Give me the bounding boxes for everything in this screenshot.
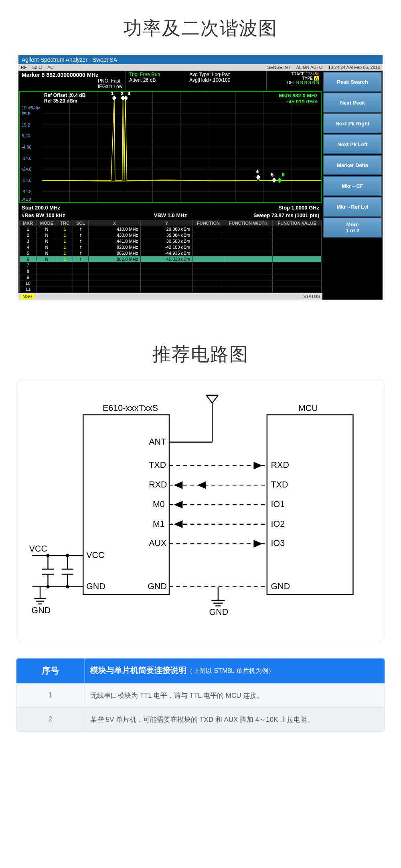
- svg-text:4: 4: [256, 169, 259, 174]
- lbl-mcu: MCU: [298, 403, 318, 413]
- toolbar-sense: SENSE:INT: [267, 65, 290, 70]
- svg-point-60: [66, 586, 69, 588]
- svg-text:2: 2: [121, 92, 124, 96]
- sa-rbw: #Res BW 100 kHz: [22, 212, 121, 218]
- sa-ifgain: IFGain:Low: [98, 84, 122, 89]
- pin-vcc-in: VCC: [86, 550, 104, 560]
- btn-marker-delta[interactable]: Marker Delta: [323, 155, 382, 175]
- svg-text:-14.8: -14.8: [22, 156, 32, 161]
- btn-mkr-ref-lvl[interactable]: Mkr→Ref Lvl: [323, 197, 382, 217]
- svg-text:-44.8: -44.8: [22, 189, 32, 194]
- mcu-io1: IO1: [271, 499, 285, 509]
- svg-text:-54.8: -54.8: [22, 197, 32, 202]
- svg-text:5.20: 5.20: [22, 133, 30, 138]
- sa-window-title: Agilent Spectrum Analyzer - Swept SA: [18, 55, 383, 64]
- pin-m1: M1: [153, 519, 165, 529]
- svg-point-59: [47, 586, 49, 588]
- sa-status-right: STATUS: [303, 294, 320, 299]
- pin-txd: TXD: [149, 460, 166, 470]
- sa-plot: Ref Offset 20.4 dB Ref 35.20 dBm Mkr6 88…: [19, 91, 322, 203]
- sa-side-buttons: Peak Search Next Peak Next Pk Right Next…: [322, 71, 383, 300]
- table-row[interactable]: 8: [20, 268, 322, 274]
- svg-text:1: 1: [111, 92, 113, 96]
- svg-text:6: 6: [282, 172, 284, 177]
- svg-text:-4.80: -4.80: [22, 145, 32, 149]
- pin-rxd: RXD: [149, 480, 167, 489]
- desc-h1: 序号: [16, 659, 85, 683]
- toolbar-rf: RF: [21, 65, 27, 70]
- pin-ant: ANT: [149, 437, 166, 447]
- toolbar-align: ALIGN AUTO: [296, 65, 323, 70]
- table-row[interactable]: 2N1f433.0 MHz30.384 dBm: [20, 232, 322, 238]
- table-row[interactable]: 3N1f441.0 MHz30.503 dBm: [20, 238, 322, 244]
- sa-pno: PNO: Fast: [98, 78, 122, 84]
- pin-aux: AUX: [149, 538, 166, 548]
- mcu-io3: IO3: [271, 538, 285, 548]
- btn-more[interactable]: More 1 of 2: [323, 218, 382, 238]
- svg-text:15.2: 15.2: [22, 123, 30, 127]
- table-row[interactable]: 7: [20, 262, 322, 268]
- sa-start: Start 200.0 MHz: [22, 205, 170, 211]
- lbl-module: E610-xxxTxxS: [103, 403, 158, 413]
- mkr-4: 4: [256, 169, 260, 179]
- sa-avg2: Avg|Hold> 100/100: [189, 77, 263, 83]
- table-row[interactable]: 9: [20, 274, 322, 280]
- section-title-spectrum: 功率及二次谐波图: [0, 0, 401, 53]
- sa-det-label: DET: [287, 81, 295, 85]
- desc-h2: 模块与单片机简要连接说明（上图以 STM8L 单片机为例）: [85, 659, 385, 683]
- mkr-1: 1: [111, 92, 116, 101]
- mcu-io2: IO2: [271, 519, 285, 529]
- sa-avg1: Avg Type: Log-Pwr: [189, 72, 263, 77]
- mkr-5: 5: [271, 172, 276, 183]
- sa-marker-table: MKRMODE TRCSCL XY FUNCTIONFUNCTION WIDTH…: [19, 220, 322, 292]
- pin-m0: M0: [153, 499, 165, 509]
- table-row[interactable]: 5N1f866.0 MHz-44.936 dBm: [20, 250, 322, 256]
- circuit-diagram: E610-xxxTxxS MCU ANT TXD RXD M0 M1 AUX G…: [16, 379, 385, 642]
- sa-stop: Stop 1.0000 GHz: [170, 205, 319, 211]
- desc-row: 1 无线串口模块为 TTL 电平，请与 TTL 电平的 MCU 连接。: [16, 683, 385, 707]
- btn-mkr-cf[interactable]: Mkr→CF: [323, 176, 382, 196]
- btn-next-peak[interactable]: Next Peak: [323, 93, 382, 113]
- btn-next-pk-right[interactable]: Next Pk Right: [323, 113, 382, 133]
- toolbar-50ohm: 50 Ω: [32, 65, 42, 70]
- table-row[interactable]: 6N1f882.0 MHz-45.010 dBm: [20, 256, 322, 262]
- mid-gnd: GND: [209, 607, 228, 617]
- toolbar-ac: AC: [47, 65, 53, 70]
- table-row[interactable]: 10: [20, 280, 322, 286]
- sa-vbw: VBW 1.0 MHz: [121, 212, 220, 218]
- sa-plot-svg: 25.2 15.2 5.20 -4.80 -14.8 -24.8 -34.8 -…: [20, 92, 321, 202]
- mcu-rxd: RXD: [271, 460, 289, 470]
- svg-text:5: 5: [271, 172, 273, 177]
- description-table: 序号 模块与单片机简要连接说明（上图以 STM8L 单片机为例） 1 无线串口模…: [16, 658, 385, 732]
- sa-trig1: Trig: Free Run: [129, 72, 182, 77]
- sa-type-label: TYPE: [302, 76, 313, 81]
- svg-text:3: 3: [128, 92, 130, 96]
- sa-trig2: Atten: 26 dB: [129, 77, 182, 83]
- sa-trace-label: TRACE: [291, 72, 305, 76]
- btn-peak-search[interactable]: Peak Search: [323, 72, 382, 92]
- sa-status-msg: MSG: [21, 294, 34, 299]
- svg-text:-34.8: -34.8: [22, 178, 32, 183]
- sa-marker-header: Marker 6 882.000000000 MHz: [22, 72, 122, 78]
- desc-row: 2 某些 5V 单片机，可能需要在模块的 TXD 和 AUX 脚加 4～10K …: [16, 707, 385, 731]
- sa-toolbar: RF 50 Ω AC SENSE:INT ALIGN AUTO 10:24:24…: [18, 64, 383, 71]
- sa-sweep: Sweep 73.87 ms (1001 pts): [220, 212, 319, 218]
- btn-next-pk-left[interactable]: Next Pk Left: [323, 134, 382, 154]
- mkr-2: 2: [121, 92, 125, 101]
- mcu-gnd: GND: [271, 582, 290, 591]
- svg-text:25.2: 25.2: [22, 111, 30, 116]
- mcu-txd: TXD: [271, 480, 288, 489]
- table-row[interactable]: 1N1f410.0 MHz29.888 dBm: [20, 226, 322, 232]
- ext-gnd: GND: [32, 606, 51, 615]
- ext-vcc: VCC: [29, 544, 47, 554]
- toolbar-time: 10:24:24 AM Feb 06, 2010: [328, 65, 380, 70]
- table-row[interactable]: 11: [20, 286, 322, 292]
- svg-text:-24.8: -24.8: [22, 167, 32, 171]
- pin-gnd-in: GND: [86, 582, 105, 591]
- pin-gnd-r: GND: [148, 582, 167, 591]
- spectrum-analyzer-card: Agilent Spectrum Analyzer - Swept SA RF …: [16, 53, 385, 302]
- mkr-3: 3: [124, 92, 130, 101]
- mkr-6: 6: [277, 172, 284, 183]
- table-row[interactable]: 4N1f820.0 MHz-42.108 dBm: [20, 244, 322, 250]
- section-title-circuit: 推荐电路图: [0, 326, 401, 379]
